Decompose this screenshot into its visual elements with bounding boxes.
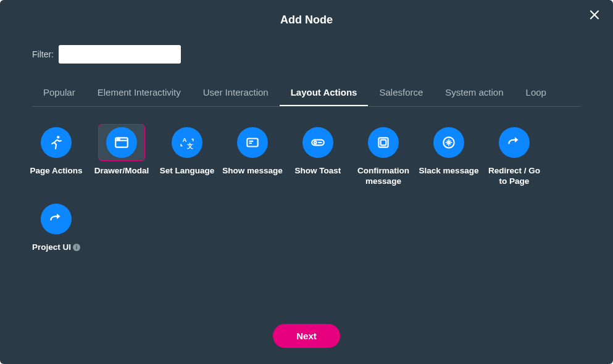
slack-icon [433, 127, 464, 158]
confirm-icon [368, 127, 399, 158]
node-label: Show message [222, 166, 283, 176]
node-icon-wrap [33, 201, 80, 238]
toast-icon [302, 127, 333, 158]
dialog-footer: Next [0, 324, 613, 348]
node-label: Drawer/Modal [94, 166, 149, 176]
info-badge-icon: i [73, 244, 80, 251]
tab-system-action[interactable]: System action [434, 81, 514, 106]
node-label: Redirect / Go to Page [483, 166, 545, 187]
tab-element-interactivity[interactable]: Element Interactivity [86, 81, 192, 106]
node-drawer-modal[interactable]: Drawer/Modal [89, 124, 154, 187]
tab-user-interaction[interactable]: User Interaction [192, 81, 280, 106]
node-slack-message[interactable]: Slack message [416, 124, 482, 187]
node-label: Show Toast [295, 166, 341, 176]
message-icon [237, 127, 268, 158]
node-icon-wrap [491, 124, 538, 161]
node-page-actions[interactable]: Page Actions [23, 124, 89, 187]
node-icon-wrap [294, 124, 341, 161]
close-icon [588, 9, 601, 23]
redirect-icon [41, 204, 72, 234]
tab-salesforce[interactable]: Salesforce [368, 81, 434, 106]
add-node-dialog: Add Node Filter: Popular Element Interac… [0, 0, 613, 364]
node-set-language[interactable]: A文 Set Language [154, 124, 220, 187]
filter-input[interactable] [59, 45, 181, 64]
svg-rect-9 [247, 139, 257, 147]
node-redirect-page[interactable]: Redirect / Go to Page [482, 124, 547, 187]
node-icon-wrap [229, 124, 276, 161]
node-label: Confirmation message [352, 166, 414, 187]
svg-text:文: 文 [186, 143, 193, 149]
close-button[interactable] [586, 7, 603, 25]
node-project-ui[interactable]: Project UIi [23, 201, 89, 253]
node-grid: Page Actions Drawer/Modal A文 Set Languag… [0, 107, 613, 267]
next-button[interactable]: Next [273, 324, 340, 348]
svg-point-6 [119, 139, 120, 139]
node-show-message[interactable]: Show message [220, 124, 285, 187]
node-label: Page Actions [30, 166, 82, 176]
node-confirmation-message[interactable]: Confirmation message [351, 124, 416, 187]
node-icon-wrap: A文 [164, 124, 211, 161]
svg-point-13 [314, 141, 317, 144]
tab-popular[interactable]: Popular [32, 81, 86, 106]
tabs: Popular Element Interactivity User Inter… [32, 81, 581, 107]
node-label: Slack message [419, 166, 479, 176]
node-label-text: Project UI [32, 242, 71, 252]
window-icon [106, 127, 137, 158]
tab-loop[interactable]: Loop [515, 81, 557, 106]
language-icon: A文 [172, 127, 202, 158]
redirect-icon [499, 127, 530, 158]
svg-point-5 [117, 139, 118, 139]
dialog-title: Add Node [0, 0, 613, 27]
node-icon-wrap [360, 124, 407, 161]
running-icon [41, 127, 72, 158]
tab-layout-actions[interactable]: Layout Actions [280, 81, 369, 106]
node-label: Project UIi [32, 242, 80, 253]
svg-text:A: A [182, 136, 186, 143]
svg-point-2 [57, 136, 59, 138]
node-show-toast[interactable]: Show Toast [285, 124, 351, 187]
node-label: Set Language [160, 166, 215, 176]
node-icon-wrap [425, 124, 472, 161]
filter-label: Filter: [32, 49, 54, 59]
filter-row: Filter: [32, 45, 613, 64]
node-icon-wrap [98, 124, 145, 161]
svg-rect-16 [381, 140, 386, 146]
node-icon-wrap [33, 124, 80, 161]
